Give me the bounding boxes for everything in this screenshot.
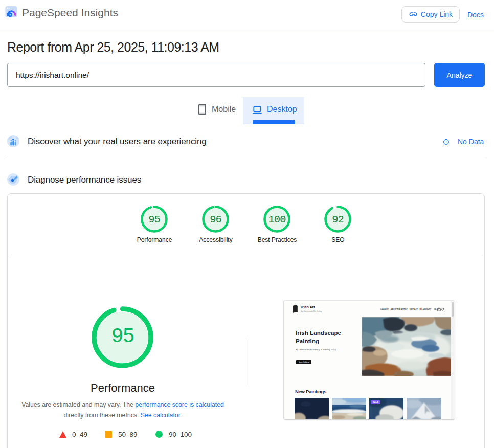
svg-text:96: 96 xyxy=(210,214,221,226)
svg-text:92: 92 xyxy=(332,214,344,226)
svg-text:100: 100 xyxy=(268,214,286,226)
svg-text:95: 95 xyxy=(148,214,160,226)
svg-text:SALE: SALE xyxy=(373,401,378,404)
svg-text:95: 95 xyxy=(111,325,133,348)
